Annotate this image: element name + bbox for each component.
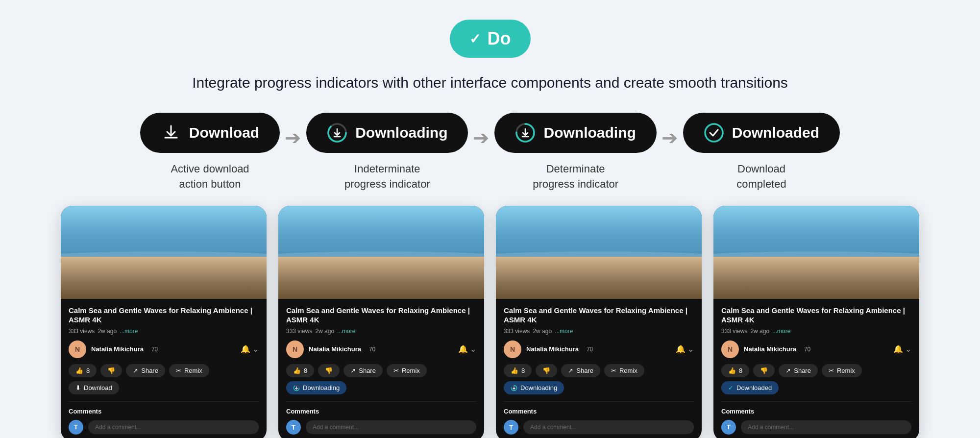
dislike-icon-1: 👎 <box>107 367 115 374</box>
remix-chip-2[interactable]: ✂ Remix <box>387 364 427 377</box>
video-title-1: Calm Sea and Gentle Waves for Relaxing A… <box>69 306 259 325</box>
channel-name-4: Natalia Mikichura <box>744 345 796 353</box>
svg-point-4 <box>705 124 723 142</box>
remix-icon-3: ✂ <box>611 367 616 374</box>
like-chip-1[interactable]: 👍 8 <box>69 364 97 377</box>
comments-label-4: Comments <box>721 408 911 415</box>
download-chip-3[interactable]: Downloading <box>504 381 564 395</box>
state-downloading-indeterminate: Downloading Indeterminate progress indic… <box>306 113 468 192</box>
states-row: Download Active download action button ➔ <box>29 113 951 192</box>
phone-thumbnail-3 <box>496 206 702 299</box>
check-icon: ✓ <box>469 31 481 47</box>
download-icon <box>161 122 181 143</box>
download-chip-icon-4: ✓ <box>728 384 734 391</box>
remix-chip-4[interactable]: ✂ Remix <box>822 364 862 377</box>
channel-count-2: 70 <box>369 346 375 353</box>
avatar-2: N <box>286 341 304 358</box>
downloaded-button[interactable]: Downloaded <box>683 113 840 153</box>
video-meta-4: 333 views 2w ago ...more <box>721 328 911 335</box>
comment-avatar-1: T <box>69 420 83 435</box>
dislike-chip-2[interactable]: 👎 <box>318 364 340 377</box>
channel-info-3: N Natalia Mikichura 70 <box>504 341 593 358</box>
comment-input-2[interactable]: Add a comment... <box>306 420 476 434</box>
channel-name-3: Natalia Mikichura <box>526 345 579 353</box>
action-row-2: 👍 8 👎 ↗ Share ✂ Remix <box>286 364 476 395</box>
video-meta-1: 333 views 2w ago ...more <box>69 328 259 335</box>
action-row-3: 👍 8 👎 ↗ Share ✂ Remix <box>504 364 694 395</box>
share-chip-4[interactable]: ↗ Share <box>779 364 818 377</box>
channel-row-3: N Natalia Mikichura 70 🔔 ⌄ <box>504 341 694 358</box>
share-chip-3[interactable]: ↗ Share <box>561 364 600 377</box>
share-chip-2[interactable]: ↗ Share <box>343 364 383 377</box>
channel-count-1: 70 <box>151 346 158 353</box>
comment-input-1[interactable]: Add a comment... <box>88 420 259 434</box>
download-chip-icon-2 <box>293 384 300 392</box>
state-downloading-determinate: Downloading Determinate progress indicat… <box>494 113 656 192</box>
remix-icon-1: ✂ <box>176 367 181 374</box>
arrow-2: ➔ <box>473 126 490 149</box>
state-downloaded: Downloaded Download completed <box>683 113 840 192</box>
comment-input-3[interactable]: Add a comment... <box>523 420 694 434</box>
dislike-chip-3[interactable]: 👎 <box>536 364 557 377</box>
share-icon-3: ↗ <box>568 367 573 374</box>
downloaded-icon <box>704 122 724 143</box>
like-chip-4[interactable]: 👍 8 <box>721 364 749 377</box>
like-icon-2: 👍 <box>293 367 301 374</box>
downloading-determinate-icon <box>515 122 536 143</box>
subtitle: Integrate progress indicators with other… <box>192 73 788 93</box>
channel-info-4: N Natalia Mikichura 70 <box>721 341 810 358</box>
share-icon-1: ↗ <box>133 367 138 374</box>
dislike-chip-1[interactable]: 👎 <box>100 364 122 377</box>
dislike-chip-4[interactable]: 👎 <box>753 364 775 377</box>
download-chip-1[interactable]: ⬇ Download <box>69 381 119 394</box>
comment-input-4[interactable]: Add a comment... <box>741 420 911 434</box>
remix-icon-2: ✂ <box>393 367 399 374</box>
arrow-3: ➔ <box>662 126 678 149</box>
downloading-determinate-button[interactable]: Downloading <box>494 113 656 153</box>
chevron-icon-2: ⌄ <box>470 344 476 354</box>
state-download: Download Active download action button <box>140 113 280 192</box>
video-meta-3: 333 views 2w ago ...more <box>504 328 694 335</box>
bell-icon-3: 🔔 <box>676 344 686 354</box>
comments-label-2: Comments <box>286 408 476 415</box>
download-button[interactable]: Download <box>140 113 280 153</box>
share-chip-1[interactable]: ↗ Share <box>126 364 165 377</box>
chevron-icon-1: ⌄ <box>252 344 259 354</box>
downloading-indeterminate-button[interactable]: Downloading <box>306 113 468 153</box>
remix-chip-1[interactable]: ✂ Remix <box>169 364 209 377</box>
downloading-indeterminate-label: Downloading <box>355 124 447 141</box>
comment-input-row-3: T Add a comment... <box>504 420 694 435</box>
phone-card-download: Calm Sea and Gentle Waves for Relaxing A… <box>61 206 267 438</box>
share-icon-2: ↗ <box>350 367 356 374</box>
downloaded-label: Downloaded <box>732 124 819 141</box>
comment-input-row-1: T Add a comment... <box>69 420 259 435</box>
chevron-icon-4: ⌄ <box>905 344 911 354</box>
comment-avatar-3: T <box>504 420 518 435</box>
channel-count-3: 70 <box>587 346 593 353</box>
avatar-3: N <box>504 341 521 358</box>
action-row-1: 👍 8 👎 ↗ Share ✂ Remix ⬇ Download <box>69 364 259 394</box>
like-chip-3[interactable]: 👍 8 <box>504 364 532 377</box>
downloading-indeterminate-icon <box>327 122 347 143</box>
download-chip-2[interactable]: Downloading <box>286 381 346 395</box>
comment-input-row-2: T Add a comment... <box>286 420 476 435</box>
comments-section-4: Comments T Add a comment... <box>721 401 911 435</box>
download-chip-4[interactable]: ✓ Downloaded <box>721 381 779 394</box>
like-icon-3: 👍 <box>511 367 518 374</box>
do-label: Do <box>488 28 511 49</box>
channel-count-4: 70 <box>804 346 810 353</box>
phone-thumbnail-1 <box>61 206 267 299</box>
comment-avatar-4: T <box>721 420 736 435</box>
avatar-4: N <box>721 341 739 358</box>
phone-card-downloading-indeterminate: Calm Sea and Gentle Waves for Relaxing A… <box>278 206 484 438</box>
remix-chip-3[interactable]: ✂ Remix <box>604 364 644 377</box>
dislike-icon-2: 👎 <box>325 367 333 374</box>
dislike-icon-4: 👎 <box>760 367 768 374</box>
phone-card-downloading-determinate: Calm Sea and Gentle Waves for Relaxing A… <box>496 206 702 438</box>
like-chip-2[interactable]: 👍 8 <box>286 364 314 377</box>
channel-name-2: Natalia Mikichura <box>309 345 361 353</box>
channel-right-4: 🔔 ⌄ <box>893 344 911 354</box>
channel-right-3: 🔔 ⌄ <box>676 344 694 354</box>
arrow-1: ➔ <box>285 126 301 149</box>
channel-row-2: N Natalia Mikichura 70 🔔 ⌄ <box>286 341 476 358</box>
